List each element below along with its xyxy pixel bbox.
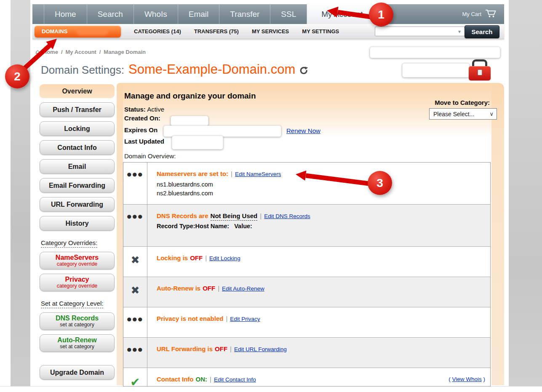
domain-overview-label: Domain Overview: xyxy=(124,152,176,160)
auto-renew-category-label: Auto-Renew xyxy=(40,336,114,344)
view-whois-link[interactable]: View Whois xyxy=(452,376,481,382)
edit-dns-records-link[interactable]: Edit DNS Records xyxy=(264,213,310,219)
search-button[interactable]: Search xyxy=(465,25,499,38)
table-row-dns-records: ●●● DNS Records are Not Being Used | Edi… xyxy=(123,205,490,247)
redaction-box xyxy=(163,125,281,137)
breadcrumb-home[interactable]: Home xyxy=(43,49,58,55)
sidebar-item-dns-records-category[interactable]: DNS Records set at category xyxy=(40,312,115,330)
nav-tab-email[interactable]: Email xyxy=(178,4,220,24)
breadcrumb-separator: / xyxy=(99,49,101,55)
sidebar-item-locking[interactable]: Locking xyxy=(40,121,115,136)
status-on: ON: xyxy=(196,376,208,383)
subnav-categories[interactable]: CATEGORIES (14) xyxy=(134,28,181,35)
sidebar-item-history[interactable]: History xyxy=(40,216,115,231)
breadcrumb-my-account[interactable]: My Account xyxy=(66,49,96,55)
sidebar-item-privacy-override[interactable]: Privacy category override xyxy=(40,274,115,291)
subnav-my-settings[interactable]: MY SETTINGS xyxy=(302,28,339,35)
nav-tab-ssl[interactable]: SSL xyxy=(270,4,307,24)
sidebar-item-push-transfer[interactable]: Push / Transfer xyxy=(40,102,115,117)
subnav-transfers[interactable]: TRANSFERS (75) xyxy=(194,28,239,35)
edit-url-forwarding-link[interactable]: Edit URL Forwarding xyxy=(234,346,287,352)
renew-now-link[interactable]: Renew Now xyxy=(286,127,320,134)
created-on-label: Created On: xyxy=(124,115,160,122)
subnav-domains-button[interactable]: DOMAINS xyxy=(35,26,121,37)
created-on-line: Created On: xyxy=(124,115,160,122)
dns-records-category-label: DNS Records xyxy=(40,315,114,322)
sidebar-item-url-forwarding[interactable]: URL Forwarding xyxy=(40,197,115,212)
chevron-down-icon[interactable]: ▾ xyxy=(458,29,461,35)
edit-privacy-link[interactable]: Edit Privacy xyxy=(230,316,260,322)
auto-renew-category-sub: set at category xyxy=(40,344,114,349)
edit-auto-renew-link[interactable]: Edit Auto-Renew xyxy=(222,285,264,292)
dns-record-headers: Record Type:Host Name: Value: xyxy=(157,223,484,229)
callout-circle-1: 1 xyxy=(369,3,393,27)
redaction-box xyxy=(370,47,500,58)
breadcrumb-current-page: Manage Domain xyxy=(104,49,146,55)
table-row-url-forwarding: ●●● URL Forwarding is OFF | Edit URL For… xyxy=(123,338,490,368)
sidebar-item-overview[interactable]: Overview xyxy=(40,84,115,98)
expires-on-label: Expires On xyxy=(124,126,158,133)
status-value: Active xyxy=(147,106,164,113)
domains-label: DOMAINS xyxy=(42,28,67,35)
sidebar-item-contact-info[interactable]: Contact Info xyxy=(40,140,115,155)
pipe-separator: | xyxy=(210,376,211,383)
row-title: URL Forwarding is xyxy=(157,345,213,352)
expires-on-line: Expires On xyxy=(124,126,158,133)
subnav-my-services[interactable]: MY SERVICES xyxy=(252,28,289,35)
check-icon: ✔ xyxy=(130,377,140,388)
nav-tab-my-account[interactable]: My Account xyxy=(307,2,377,24)
category-overrides-heading: Category Overrides: xyxy=(41,239,115,248)
pipe-separator: | xyxy=(260,212,262,219)
category-select-value: Please Select... xyxy=(433,111,474,117)
pipe-separator: | xyxy=(230,345,232,352)
nav-tab-whois[interactable]: WhoIs xyxy=(134,4,178,24)
content-panel-right-strip xyxy=(491,83,504,385)
dns-not-used-text: Not Being Used xyxy=(211,212,258,221)
dots-icon: ●●● xyxy=(127,213,144,219)
sidebar-item-auto-renew-category[interactable]: Auto-Renew set at category xyxy=(40,334,115,352)
edit-nameservers-link[interactable]: Edit NameServers xyxy=(235,171,281,177)
view-whois: ( View Whois ) xyxy=(449,376,485,382)
home-icon: ⌂ xyxy=(35,48,40,56)
my-cart-button[interactable]: My Cart xyxy=(462,4,505,24)
category-select-dropdown[interactable]: Please Select... ∨ xyxy=(429,108,497,120)
pipe-separator: | xyxy=(231,170,232,177)
nameserver-value: ns1.bluestardns.com xyxy=(157,180,484,189)
toolbox-icon[interactable] xyxy=(469,59,491,80)
sidebar-item-email[interactable]: Email xyxy=(40,159,115,174)
callout-circle-2: 2 xyxy=(5,64,29,88)
row-title: Contact Info xyxy=(157,376,194,383)
callout-circle-3: 3 xyxy=(368,171,392,195)
domain-settings-sidebar: Overview Push / Transfer Locking Contact… xyxy=(40,84,115,380)
edit-contact-info-link[interactable]: Edit Contact Info xyxy=(214,376,256,383)
table-row-auto-renew: ✖ Auto-Renew is OFF | Edit Auto-Renew xyxy=(123,277,490,307)
status-off: OFF xyxy=(215,345,227,352)
nav-tab-home[interactable]: Home xyxy=(44,4,87,24)
dots-icon: ●●● xyxy=(127,316,144,322)
content-panel-left-strip xyxy=(117,83,123,385)
desktop-background-left xyxy=(11,0,30,386)
page: Home Search WhoIs Email Transfer SSL My … xyxy=(0,0,542,392)
edit-locking-link[interactable]: Edit Locking xyxy=(209,255,240,261)
redaction-box xyxy=(171,116,208,126)
dots-icon: ●●● xyxy=(127,171,144,177)
status-line: Status: Active xyxy=(124,106,164,113)
cart-icon xyxy=(485,9,497,19)
dns-records-category-sub: set at category xyxy=(40,322,114,328)
sidebar-item-email-forwarding[interactable]: Email Forwarding xyxy=(40,178,115,193)
table-row-locking: ✖ Locking is OFF | Edit Locking xyxy=(123,247,490,277)
account-sub-navigation: DOMAINS CATEGORIES (14) TRANSFERS (75) M… xyxy=(32,24,504,39)
x-icon: ✖ xyxy=(131,256,140,265)
domain-search-combobox[interactable]: ▾ xyxy=(375,27,465,36)
nameservers-override-sub: category override xyxy=(40,261,114,267)
nav-tab-transfer[interactable]: Transfer xyxy=(219,4,270,24)
row-title: Locking is xyxy=(157,254,188,261)
refresh-icon[interactable] xyxy=(299,66,308,77)
pipe-separator: | xyxy=(205,254,207,261)
paren-close: ) xyxy=(482,376,485,382)
nav-tab-search[interactable]: Search xyxy=(87,4,134,24)
set-at-category-heading: Set at Category Level: xyxy=(41,300,115,308)
upgrade-domain-button[interactable]: Upgrade Domain xyxy=(40,365,115,380)
sidebar-item-nameservers-override[interactable]: NameServers category override xyxy=(40,252,115,269)
pipe-separator: | xyxy=(218,285,219,292)
